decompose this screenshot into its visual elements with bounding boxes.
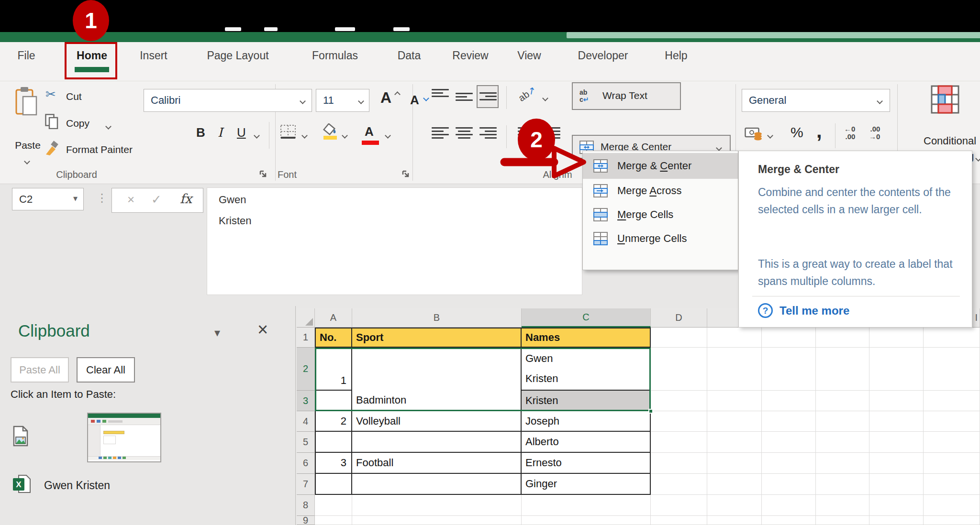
column-header-c[interactable]: C xyxy=(522,308,651,328)
middle-align-button[interactable] xyxy=(456,89,473,104)
tab-page-layout[interactable]: Page Layout xyxy=(207,49,268,62)
copy-button[interactable]: Copy xyxy=(66,118,89,129)
cell-c7[interactable]: Ginger xyxy=(522,474,651,495)
cell-a5[interactable] xyxy=(315,432,352,453)
paste-all-button[interactable]: Paste All xyxy=(11,357,69,383)
formula-bar-grip[interactable]: ⋮ xyxy=(96,191,108,205)
paste-button[interactable]: Paste xyxy=(13,140,42,151)
name-box-dropdown-icon[interactable]: ▾ xyxy=(73,193,78,204)
italic-button[interactable]: I xyxy=(218,125,223,140)
font-color-button[interactable]: A xyxy=(365,124,374,139)
clear-all-button[interactable]: Clear All xyxy=(77,357,135,383)
row-header-9[interactable]: 9 xyxy=(297,516,315,525)
tab-developer[interactable]: Developer xyxy=(578,49,628,62)
accounting-format-icon[interactable] xyxy=(745,125,763,142)
decrease-decimal-button[interactable]: .00→0 xyxy=(869,125,880,141)
menu-item-merge-cells[interactable]: Merge Cells xyxy=(583,203,738,227)
grow-font-button[interactable]: A xyxy=(380,89,391,107)
orientation-dropdown-icon[interactable] xyxy=(543,94,547,102)
underline-button[interactable]: U xyxy=(237,125,246,140)
row-header-2[interactable]: 2 xyxy=(297,348,315,391)
quick-access-icon[interactable] xyxy=(225,27,241,31)
fill-handle[interactable] xyxy=(648,409,653,414)
column-header-a[interactable]: A xyxy=(315,308,352,328)
column-header-d[interactable]: D xyxy=(651,308,707,328)
conditional-formatting-button[interactable]: Conditional xyxy=(924,135,976,147)
cell-a4[interactable]: 2 xyxy=(315,411,352,432)
quick-access-icon[interactable] xyxy=(393,27,410,31)
menu-item-unmerge-cells[interactable]: Unmerge Cells xyxy=(583,227,738,251)
cell-c6[interactable]: Ernesto xyxy=(522,453,651,474)
font-name-combo[interactable]: Calibri xyxy=(144,89,312,112)
tab-view[interactable]: View xyxy=(517,49,541,62)
select-all-corner[interactable] xyxy=(297,308,315,328)
quick-access-icon[interactable] xyxy=(335,27,355,31)
spreadsheet-grid[interactable]: A B C D I 1 No. Sport Names 2 1 Badminto… xyxy=(297,308,980,525)
conditional-formatting-dropdown-icon[interactable] xyxy=(976,154,980,163)
cut-button[interactable]: Cut xyxy=(66,91,82,102)
pane-close-icon[interactable]: × xyxy=(257,319,268,340)
insert-function-icon[interactable]: fx xyxy=(180,191,192,206)
percent-style-button[interactable]: % xyxy=(791,124,803,141)
name-box[interactable]: C2 ▾ xyxy=(12,188,84,210)
orientation-icon[interactable]: ab↗ xyxy=(516,84,538,104)
menu-item-merge-center[interactable]: Merge & Center xyxy=(583,153,738,179)
shrink-font-button[interactable]: A xyxy=(410,93,419,108)
top-align-button[interactable] xyxy=(432,89,449,104)
align-left-button[interactable] xyxy=(432,127,449,142)
align-center-button[interactable] xyxy=(456,127,473,142)
cell-b7[interactable] xyxy=(352,474,522,495)
font-size-combo[interactable]: 11 xyxy=(316,89,369,112)
paste-icon[interactable] xyxy=(14,86,39,117)
number-format-combo[interactable]: General xyxy=(742,89,890,112)
clipboard-item-text[interactable]: Gwen Kristen xyxy=(44,479,110,492)
cell-c1[interactable]: Names xyxy=(522,328,651,348)
row-header-6[interactable]: 6 xyxy=(297,453,315,474)
row-header-7[interactable]: 7 xyxy=(297,474,315,495)
cell-c4[interactable]: Joseph xyxy=(522,411,651,432)
increase-decimal-button[interactable]: ←0.00 xyxy=(844,125,855,141)
menu-item-merge-across[interactable]: Merge Across xyxy=(583,179,738,203)
fill-color-dropdown-icon[interactable] xyxy=(343,131,347,140)
row-header-4[interactable]: 4 xyxy=(297,411,315,432)
accounting-dropdown-icon[interactable] xyxy=(768,131,772,140)
tab-data[interactable]: Data xyxy=(398,49,421,62)
underline-dropdown-icon[interactable] xyxy=(255,131,259,140)
cell-b4[interactable]: Volleyball xyxy=(352,411,522,432)
align-right-button[interactable] xyxy=(479,127,497,142)
cut-icon[interactable]: ✂ xyxy=(45,87,56,102)
tab-file[interactable]: File xyxy=(17,49,35,62)
fill-color-icon[interactable] xyxy=(322,123,339,142)
clipboard-dialog-launcher-icon[interactable] xyxy=(258,169,268,179)
cell-b5[interactable] xyxy=(352,432,522,453)
tab-insert[interactable]: Insert xyxy=(140,49,167,62)
tab-help[interactable]: Help xyxy=(665,49,687,62)
formula-bar-input[interactable]: Gwen Kristen xyxy=(207,187,582,295)
comma-style-button[interactable]: , xyxy=(816,120,822,142)
search-box[interactable] xyxy=(567,32,980,38)
cell-a1[interactable]: No. xyxy=(315,328,352,348)
bold-button[interactable]: B xyxy=(196,125,205,140)
tab-review[interactable]: Review xyxy=(452,49,488,62)
font-color-dropdown-icon[interactable] xyxy=(386,131,390,140)
cell-b1[interactable]: Sport xyxy=(352,328,522,348)
cancel-icon[interactable]: × xyxy=(127,192,134,207)
cell-a6[interactable]: 3 xyxy=(315,453,352,474)
cell-c5[interactable]: Alberto xyxy=(522,432,651,453)
format-painter-button[interactable]: Format Painter xyxy=(66,144,133,155)
borders-icon[interactable] xyxy=(280,124,296,141)
column-header-b[interactable]: B xyxy=(352,308,522,328)
format-painter-icon[interactable] xyxy=(44,141,59,156)
row-header-8[interactable]: 8 xyxy=(297,495,315,516)
borders-dropdown-icon[interactable] xyxy=(302,131,307,140)
tell-me-more-link[interactable]: Tell me more xyxy=(780,304,849,317)
copy-icon[interactable] xyxy=(45,114,58,129)
row-header-3[interactable]: 3 xyxy=(297,391,315,411)
wrap-text-button[interactable]: abc↵ Wrap Text xyxy=(572,82,681,110)
enter-icon[interactable]: ✓ xyxy=(151,192,162,207)
clipboard-item-thumbnail[interactable] xyxy=(87,413,161,462)
copy-dropdown-icon[interactable] xyxy=(106,122,111,131)
pane-dropdown-icon[interactable]: ▾ xyxy=(214,326,220,339)
tab-formulas[interactable]: Formulas xyxy=(312,49,358,62)
paste-dropdown-icon[interactable] xyxy=(25,157,29,165)
